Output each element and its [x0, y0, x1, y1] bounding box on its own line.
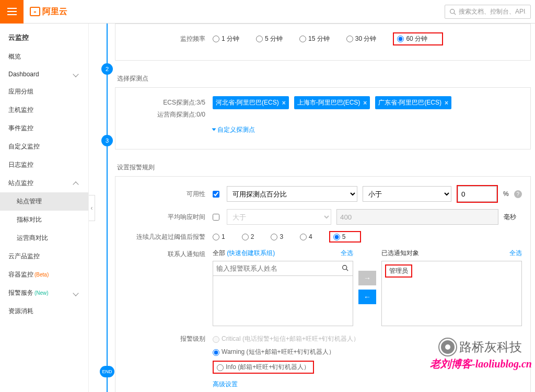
quick-create-group-link[interactable]: (快速创建联系组)	[227, 249, 275, 257]
frequency-radio-group: 1 分钟 5 分钟 15 分钟 30 分钟 60 分钟	[213, 32, 522, 45]
selected-contacts-label: 已选通知对象	[381, 249, 419, 258]
consec-5[interactable]: 5	[333, 233, 346, 240]
sidebar-item-dashboard[interactable]: Dashboard	[0, 66, 88, 83]
freq-30min[interactable]: 30 分钟	[346, 34, 377, 43]
chevron-up-icon	[73, 181, 78, 187]
label-consecutive: 连续几次超过阈值后报警	[124, 233, 213, 241]
brand-logo[interactable]: 阿里云	[30, 6, 67, 17]
probe-tag-guangdong[interactable]: 广东省-阿里巴巴(ECS)×	[375, 96, 451, 109]
sidebar-item-custom-monitor[interactable]: 自定义监控	[0, 137, 88, 156]
search-placeholder: 搜索文档、控制台、API、解决方	[459, 7, 526, 16]
consec-2[interactable]: 2	[242, 233, 254, 240]
sidebar-item-overview[interactable]: 概览	[0, 48, 88, 66]
percent-label: %	[503, 190, 509, 198]
avg-response-compare: 大于	[227, 209, 331, 225]
service-title: 云监控	[0, 28, 88, 48]
svg-point-0	[450, 9, 455, 13]
transfer-right-button[interactable]: →	[358, 271, 376, 285]
advanced-settings-link[interactable]: 高级设置	[213, 380, 238, 389]
label-avg-response: 平均响应时间	[124, 213, 213, 222]
sidebar-item-cloud-product[interactable]: 云产品监控	[0, 247, 88, 266]
label-availability: 可用性	[124, 190, 213, 199]
highlight-threshold	[457, 185, 498, 203]
search-icon	[449, 8, 456, 15]
ms-label: 毫秒	[504, 213, 516, 222]
contact-search-input[interactable]	[213, 261, 338, 275]
label-monitor-frequency: 监控频率	[124, 34, 213, 43]
label-alarm-level: 报警级别	[124, 335, 213, 343]
consec-1[interactable]: 1	[213, 233, 225, 240]
sidebar-item-metric-compare[interactable]: 指标对比	[0, 211, 88, 229]
transfer-left-button[interactable]: ←	[358, 290, 376, 304]
logo-icon	[30, 7, 40, 16]
sidebar-item-carrier-compare[interactable]: 运营商对比	[0, 229, 88, 247]
triangle-icon	[212, 129, 216, 131]
highlight-freq-60: 60 分钟	[393, 32, 443, 45]
availability-value-input[interactable]	[458, 186, 497, 202]
help-icon[interactable]: ?	[514, 190, 522, 198]
chevron-down-icon	[73, 71, 78, 77]
sidebar-item-alarm[interactable]: 报警服务(New)	[0, 284, 88, 302]
timeline-line	[107, 24, 108, 392]
step-3-title: 设置报警规则	[115, 161, 531, 176]
menu-toggle[interactable]	[0, 0, 24, 24]
sidebar: 云监控 概览 Dashboard 应用分组 主机监控 事件监控 自定义监控 日志…	[0, 24, 89, 392]
custom-probe-link[interactable]: 自定义探测点	[213, 125, 255, 134]
level-critical[interactable]: Critical (电话报警+短信+邮箱+旺旺+钉钉机器人）	[213, 335, 359, 343]
avg-response-checkbox[interactable]	[213, 214, 219, 221]
availability-metric-select[interactable]: 可用探测点百分比	[227, 186, 357, 202]
chevron-down-icon	[73, 290, 78, 296]
global-search[interactable]: 搜索文档、控制台、API、解决方	[445, 5, 531, 19]
sidebar-item-site-manage[interactable]: 站点管理	[0, 192, 88, 211]
close-icon[interactable]: ×	[363, 99, 367, 107]
availability-checkbox[interactable]	[213, 191, 219, 198]
freq-15min[interactable]: 15 分钟	[299, 34, 330, 43]
consec-3[interactable]: 3	[271, 233, 283, 240]
label-contact-group: 联系人通知组	[124, 249, 213, 259]
sidebar-item-log-monitor[interactable]: 日志监控	[0, 156, 88, 174]
selected-contact-admin[interactable]: 管理员	[385, 264, 412, 278]
step-3-marker: 3	[101, 135, 113, 146]
close-icon[interactable]: ×	[445, 99, 448, 107]
watermark-brand: 路桥灰科技	[439, 339, 522, 355]
sidebar-item-site-monitor[interactable]: 站点监控	[0, 174, 88, 192]
watermark-url: 老刘博客-laoliublog.cn	[430, 357, 532, 371]
select-all-right[interactable]: 全选	[509, 249, 522, 258]
close-icon[interactable]: ×	[282, 99, 286, 107]
freq-1min[interactable]: 1 分钟	[213, 34, 239, 43]
select-all-left[interactable]: 全选	[341, 249, 353, 258]
contacts-available-list[interactable]	[213, 261, 353, 326]
svg-point-2	[343, 265, 347, 269]
sidebar-collapse[interactable]: ‹	[89, 195, 95, 221]
sidebar-item-app-group[interactable]: 应用分组	[0, 83, 88, 101]
level-info[interactable]: Info (邮箱+旺旺+钉钉机器人）	[217, 363, 310, 372]
label-carrier-probe: 运营商探测点:0/0	[124, 110, 205, 119]
brand-text: 阿里云	[42, 6, 67, 17]
svg-line-3	[346, 269, 348, 271]
svg-line-1	[454, 13, 456, 14]
highlight-consec-5: 5	[329, 231, 362, 243]
label-ecs-probe: ECS探测点:3/5	[124, 98, 205, 107]
freq-5min[interactable]: 5 分钟	[256, 34, 283, 43]
consec-4[interactable]: 4	[300, 233, 312, 240]
freq-60min[interactable]: 60 分钟	[397, 34, 427, 43]
sidebar-item-container[interactable]: 容器监控(Beta)	[0, 266, 88, 284]
end-marker: END	[100, 366, 114, 377]
search-icon[interactable]	[338, 264, 353, 273]
avg-response-value	[336, 209, 498, 225]
sidebar-item-resource[interactable]: 资源消耗	[0, 302, 88, 320]
probe-tag-hebei[interactable]: 河北省-阿里巴巴(ECS)×	[213, 96, 289, 109]
probe-tag-shanghai[interactable]: 上海市-阿里巴巴(ECS)×	[294, 96, 370, 109]
watermark-logo-icon	[439, 339, 456, 355]
sidebar-item-event-monitor[interactable]: 事件监控	[0, 119, 88, 137]
level-warning[interactable]: Warning (短信+邮箱+旺旺+钉钉机器人）	[213, 348, 335, 356]
step-2-title: 选择探测点	[115, 72, 531, 87]
highlight-level-info: Info (邮箱+旺旺+钉钉机器人）	[213, 361, 314, 374]
step-2-marker: 2	[101, 63, 113, 75]
availability-compare-select[interactable]: 小于	[363, 186, 451, 202]
sidebar-item-host-monitor[interactable]: 主机监控	[0, 101, 88, 119]
all-contacts-label: 全部	[213, 249, 225, 257]
contacts-selected-list[interactable]: 管理员	[381, 261, 522, 326]
